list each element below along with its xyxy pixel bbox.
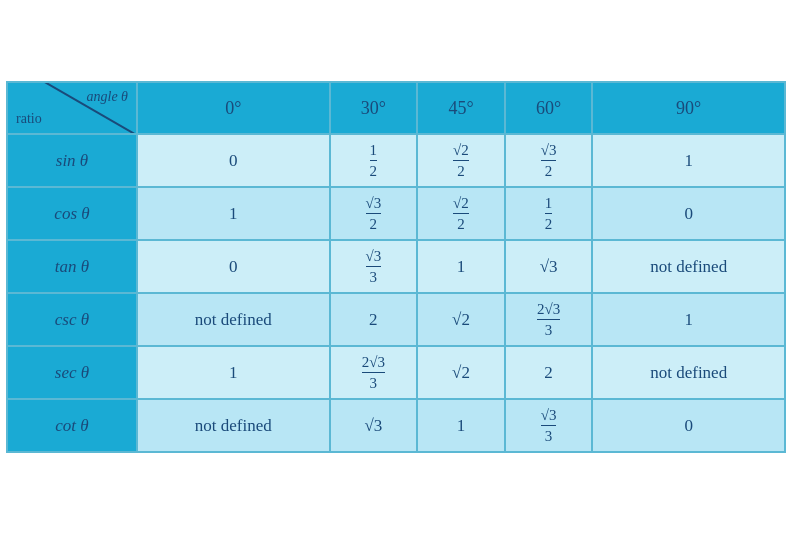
cell-tan-45: 1 — [417, 240, 505, 293]
ratio-cos: cos θ — [7, 187, 137, 240]
ratio-csc: csc θ — [7, 293, 137, 346]
table-row: csc θ not defined 2 √2 2√33 1 — [7, 293, 785, 346]
table-row: cot θ not defined √3 1 √33 0 — [7, 399, 785, 452]
cell-cos-90: 0 — [592, 187, 785, 240]
table-row: sin θ 0 12 √22 √32 1 — [7, 134, 785, 187]
angle-45: 45° — [417, 82, 505, 134]
corner-header: angle θ ratio — [7, 82, 137, 134]
cell-csc-0: not defined — [137, 293, 330, 346]
cell-sec-30: 2√33 — [330, 346, 418, 399]
cell-sec-0: 1 — [137, 346, 330, 399]
cell-sin-45: √22 — [417, 134, 505, 187]
cell-cot-0: not defined — [137, 399, 330, 452]
cell-sin-30: 12 — [330, 134, 418, 187]
cell-cot-30: √3 — [330, 399, 418, 452]
angle-30: 30° — [330, 82, 418, 134]
cell-cot-90: 0 — [592, 399, 785, 452]
cell-cos-0: 1 — [137, 187, 330, 240]
trig-ratios-table: angle θ ratio 0° 30° 45° 60° 90° sin θ 0… — [6, 81, 786, 453]
cell-cos-45: √22 — [417, 187, 505, 240]
cell-cos-60: 12 — [505, 187, 593, 240]
cell-cot-60: √33 — [505, 399, 593, 452]
cell-csc-45: √2 — [417, 293, 505, 346]
ratio-sec: sec θ — [7, 346, 137, 399]
ratio-label: ratio — [16, 111, 42, 127]
cell-csc-60: 2√33 — [505, 293, 593, 346]
ratio-sin: sin θ — [7, 134, 137, 187]
cell-cot-45: 1 — [417, 399, 505, 452]
angle-60: 60° — [505, 82, 593, 134]
cell-sec-90: not defined — [592, 346, 785, 399]
cell-tan-30: √33 — [330, 240, 418, 293]
cell-sin-60: √32 — [505, 134, 593, 187]
ratio-cot: cot θ — [7, 399, 137, 452]
ratio-tan: tan θ — [7, 240, 137, 293]
cell-sin-0: 0 — [137, 134, 330, 187]
table-row: tan θ 0 √33 1 √3 not defined — [7, 240, 785, 293]
cell-sec-45: √2 — [417, 346, 505, 399]
cell-tan-60: √3 — [505, 240, 593, 293]
angle-0: 0° — [137, 82, 330, 134]
cell-tan-0: 0 — [137, 240, 330, 293]
cell-sin-90: 1 — [592, 134, 785, 187]
cell-sec-60: 2 — [505, 346, 593, 399]
cell-tan-90: not defined — [592, 240, 785, 293]
cell-csc-90: 1 — [592, 293, 785, 346]
table-row: cos θ 1 √32 √22 12 0 — [7, 187, 785, 240]
cell-csc-30: 2 — [330, 293, 418, 346]
table-row: sec θ 1 2√33 √2 2 not defined — [7, 346, 785, 399]
angle-90: 90° — [592, 82, 785, 134]
cell-cos-30: √32 — [330, 187, 418, 240]
angle-label: angle θ — [87, 89, 129, 105]
